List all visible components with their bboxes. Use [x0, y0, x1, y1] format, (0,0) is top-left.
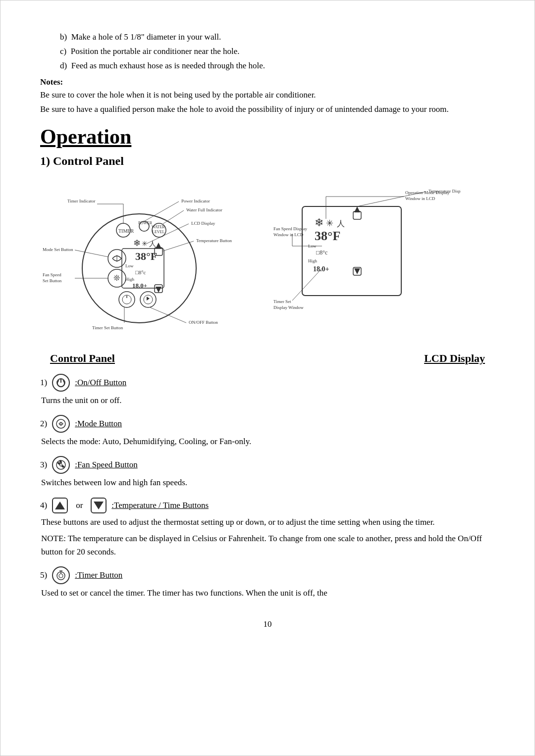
svg-text:Set Button: Set Button — [43, 278, 62, 283]
item-3-num: 3) — [40, 460, 47, 470]
notes-text-2: Be sure to have a qualified person make … — [40, 102, 495, 116]
svg-text:18.0+: 18.0+ — [132, 282, 147, 289]
power-icon — [52, 374, 70, 392]
lcd-display-header: LCD Display — [424, 352, 485, 365]
item-4-desc1: These buttons are used to adjust the the… — [41, 515, 495, 529]
svg-text:❄: ❄ — [315, 216, 323, 229]
svg-text:WATER: WATER — [152, 225, 165, 229]
intro-item-b: b) Make a hole of 5 1/8" diameter in you… — [60, 30, 495, 45]
svg-text:□8°c: □8°c — [135, 269, 146, 275]
notes-text-1: Be sure to cover the hole when it is not… — [40, 88, 495, 101]
svg-marker-61 — [354, 268, 360, 274]
svg-text:人: 人 — [149, 240, 156, 248]
svg-text:人: 人 — [337, 219, 345, 228]
svg-point-0 — [82, 214, 196, 323]
svg-text:38°F: 38°F — [315, 229, 340, 243]
svg-text:Timer Set Button: Timer Set Button — [92, 325, 123, 330]
item-4-block: 4) or :Temperature / Time Buttons These … — [40, 498, 495, 559]
item-5-num: 5) — [40, 570, 47, 580]
temp-up-icon — [52, 498, 68, 513]
svg-text:❊: ❊ — [113, 274, 120, 282]
svg-text:Display Window: Display Window — [273, 305, 304, 310]
svg-text:Window in LCD: Window in LCD — [405, 196, 435, 201]
svg-text:✳: ✳ — [142, 240, 148, 248]
svg-text:38°F: 38°F — [135, 250, 157, 262]
item-3-desc: Switches between low and high fan speeds… — [41, 476, 495, 489]
subsection-title: 1) Control Panel — [40, 154, 495, 168]
item-1-desc: Turns the unit on or off. — [41, 394, 495, 407]
diagram-area: 38°F Low □8°c High 18.0+ TIMER POWER WAT… — [40, 177, 495, 337]
svg-text:Window in LCD: Window in LCD — [273, 232, 304, 237]
intro-list: b) Make a hole of 5 1/8" diameter in you… — [60, 30, 495, 73]
svg-text:POWER: POWER — [138, 221, 153, 225]
item-3-label: :Fan Speed Button — [75, 460, 138, 470]
item-2-block: 2) :Mode Button Selects the mode: Auto, … — [40, 415, 495, 448]
svg-line-35 — [163, 210, 184, 224]
item-1-row: 1) :On/Off Button — [40, 374, 495, 392]
item-2-num: 2) — [40, 419, 47, 429]
item-3-block: 3) :Fan Speed Button Switches between lo… — [40, 456, 495, 489]
svg-text:High: High — [308, 258, 318, 263]
svg-text:✳: ✳ — [326, 218, 333, 228]
item-5-block: 5) :Timer Button Used to set or cancel t… — [40, 566, 495, 600]
svg-line-41 — [75, 250, 108, 257]
timer-icon — [52, 566, 70, 584]
svg-rect-55 — [353, 211, 361, 219]
mode-icon — [52, 415, 70, 433]
section-title: Operation — [40, 125, 495, 149]
svg-text:Fan Speed Display: Fan Speed Display — [273, 226, 307, 231]
or-text: or — [76, 501, 83, 510]
svg-text:LCD Display: LCD Display — [191, 221, 215, 226]
intro-item-c: c) Position the portable air conditioner… — [60, 45, 495, 59]
item-4-row: 4) or :Temperature / Time Buttons — [40, 498, 495, 513]
svg-text:TIMER: TIMER — [118, 228, 134, 234]
control-panel-diagram: 38°F Low □8°c High 18.0+ TIMER POWER WAT… — [40, 177, 263, 337]
svg-text:ON/OFF Button: ON/OFF Button — [189, 320, 218, 325]
item-2-row: 2) :Mode Button — [40, 415, 495, 433]
page: b) Make a hole of 5 1/8" diameter in you… — [0, 0, 535, 756]
svg-text:Power Indicator: Power Indicator — [181, 199, 210, 203]
lcd-display-diagram: ❄ ✳ 人 38°F Low □8°c High 18.0+ Op — [272, 177, 495, 337]
svg-text:Mode Set Button: Mode Set Button — [43, 247, 73, 252]
temp-down-icon — [91, 498, 107, 513]
control-panel-svg: 38°F Low □8°c High 18.0+ TIMER POWER WAT… — [40, 177, 253, 335]
item-5-desc: Used to set or cancel the timer. The tim… — [41, 586, 495, 600]
control-panel-header: Control Panel — [50, 352, 115, 365]
svg-text:Timer Indicator: Timer Indicator — [67, 199, 95, 203]
notes-label: Notes: — [40, 77, 495, 87]
svg-text:Low: Low — [125, 263, 134, 268]
svg-text:□8°c: □8°c — [316, 249, 327, 256]
fan-icon — [52, 456, 70, 474]
svg-text:Timer Set: Timer Set — [273, 299, 291, 304]
svg-point-25 — [119, 292, 135, 307]
item-1-num: 1) — [40, 378, 47, 388]
item-4-num: 4) — [40, 501, 47, 510]
item-4-label: :Temperature / Time Buttons — [111, 501, 209, 510]
intro-item-d: d) Feed as much exhaust hose as is neede… — [60, 59, 495, 73]
item-5-label: :Timer Button — [75, 570, 122, 580]
item-3-row: 3) :Fan Speed Button — [40, 456, 495, 474]
svg-text:High: High — [125, 277, 135, 282]
page-number: 10 — [40, 619, 495, 629]
svg-marker-19 — [156, 287, 161, 293]
section-headers: Control Panel LCD Display — [40, 352, 495, 365]
svg-text:Temperature Display: Temperature Display — [428, 189, 461, 194]
svg-text:Water Full Indicator: Water Full Indicator — [186, 207, 222, 212]
lcd-display-svg: ❄ ✳ 人 38°F Low □8°c High 18.0+ Op — [272, 177, 461, 335]
item-1-label: :On/Off Button — [75, 378, 126, 388]
item-2-desc: Selects the mode: Auto, Dehumidifying, C… — [41, 435, 495, 448]
item-5-row: 5) :Timer Button — [40, 566, 495, 584]
svg-text:Fan Speed: Fan Speed — [43, 272, 61, 277]
item-1-block: 1) :On/Off Button Turns the unit on or o… — [40, 374, 495, 407]
svg-line-39 — [163, 241, 194, 251]
svg-text:❄: ❄ — [133, 238, 141, 248]
svg-text:LEVEL: LEVEL — [152, 230, 164, 234]
svg-text:Temperature Button: Temperature Button — [196, 238, 232, 243]
item-2-label: :Mode Button — [75, 419, 122, 429]
item-4-desc2: NOTE: The temperature can be displayed i… — [41, 532, 495, 558]
svg-point-83 — [59, 574, 63, 578]
